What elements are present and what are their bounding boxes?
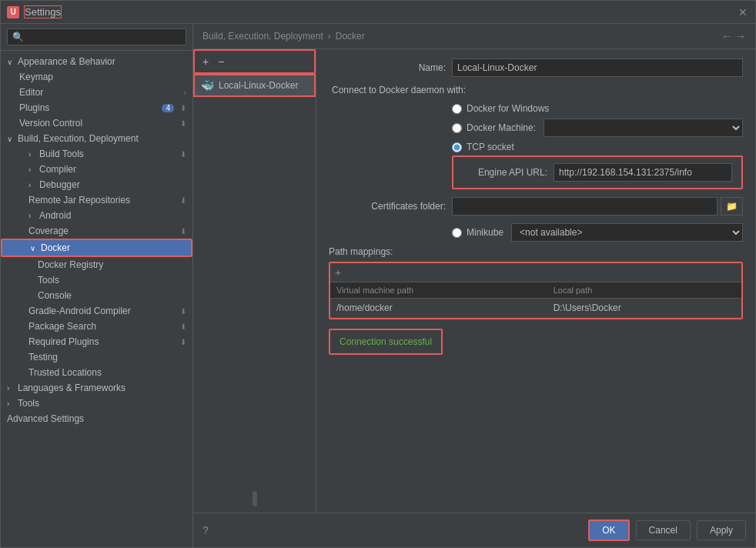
sidebar-item-trusted-locations[interactable]: Trusted Locations: [1, 365, 192, 380]
search-input[interactable]: [7, 28, 186, 45]
sidebar-item-coverage[interactable]: Coverage ⬇: [1, 223, 192, 239]
sidebar-item-label: Gradle-Android Compiler: [28, 306, 131, 316]
radio-tcp[interactable]: [452, 142, 462, 152]
sidebar-item-android[interactable]: › Android: [1, 208, 192, 223]
breadcrumb-path: Build, Execution, Deployment: [202, 31, 323, 42]
sidebar-item-console[interactable]: Console: [1, 288, 192, 303]
sidebar-item-build-tools[interactable]: › Build Tools ⬇: [1, 146, 192, 162]
sidebar-item-appearance[interactable]: ∨ Appearance & Behavior: [1, 54, 192, 69]
sidebar-item-editor[interactable]: Editor ›: [1, 85, 192, 100]
sidebar-item-compiler[interactable]: › Compiler: [1, 162, 192, 177]
engine-api-input[interactable]: [554, 163, 732, 182]
help-icon[interactable]: ?: [202, 524, 209, 536]
sidebar-item-label: Appearance & Behavior: [18, 56, 115, 67]
title-bar-left: U Settings: [7, 5, 62, 18]
sidebar-item-advanced-settings[interactable]: Advanced Settings: [1, 411, 192, 426]
sidebar-item-label: Package Search: [28, 321, 96, 332]
tcp-socket-wrapper: TCP socket Engine API URL:: [329, 142, 743, 189]
radio-minikube-label: Minikube: [467, 227, 503, 238]
forward-button[interactable]: →: [735, 30, 746, 42]
sidebar-tree: ∨ Appearance & Behavior Keymap Editor › …: [1, 51, 192, 547]
sidebar-item-required-plugins[interactable]: Required Plugins ⬇: [1, 334, 192, 349]
download-icon: ⬇: [180, 104, 186, 112]
download-icon: ⬇: [180, 150, 186, 159]
path-mappings-section: Path mappings: + Virtual machine path Lo…: [329, 246, 743, 319]
name-input[interactable]: [452, 58, 743, 77]
docker-machine-select[interactable]: [544, 119, 743, 137]
scrollbar-thumb[interactable]: [253, 491, 257, 506]
connection-status: Connection successful: [329, 329, 443, 355]
cert-label: Certificates folder:: [329, 201, 452, 212]
sidebar-item-label: Version Control: [19, 118, 82, 129]
docker-icon: 🐳: [201, 79, 214, 92]
sidebar-item-languages-frameworks[interactable]: › Languages & Frameworks: [1, 380, 192, 396]
sidebar-item-docker[interactable]: ∨ Docker: [1, 239, 192, 257]
cert-input-wrap: 📁: [452, 197, 743, 216]
sidebar-item-build-execution[interactable]: ∨ Build, Execution, Deployment: [1, 131, 192, 146]
sidebar-item-package-search[interactable]: Package Search ⬇: [1, 319, 192, 334]
ok-button[interactable]: OK: [588, 520, 629, 541]
title-bar: U Settings ✕: [1, 1, 755, 24]
sidebar-item-debugger[interactable]: › Debugger: [1, 177, 192, 192]
name-row: Name:: [329, 58, 743, 77]
radio-windows[interactable]: [452, 104, 462, 114]
engine-api-row: Engine API URL:: [463, 163, 732, 182]
radio-machine[interactable]: [452, 123, 462, 133]
docker-settings-panel: Name: Connect to Docker daemon with: Doc…: [316, 49, 755, 513]
sidebar-item-label: Docker Registry: [38, 259, 103, 270]
cancel-button[interactable]: Cancel: [636, 520, 691, 540]
sidebar-item-tools[interactable]: Tools: [1, 272, 192, 288]
connect-section: Connect to Docker daemon with:: [332, 85, 743, 95]
sidebar-item-keymap[interactable]: Keymap: [1, 69, 192, 85]
main-content: ∨ Appearance & Behavior Keymap Editor › …: [1, 24, 755, 547]
engine-api-label: Engine API URL:: [463, 167, 547, 178]
connect-label: Connect to Docker daemon with:: [332, 85, 466, 95]
breadcrumb-current: Docker: [336, 31, 365, 42]
radio-machine-label: Docker Machine:: [467, 122, 536, 133]
sidebar-item-gradle-android[interactable]: Gradle-Android Compiler ⬇: [1, 303, 192, 319]
sidebar-item-label: Build, Execution, Deployment: [18, 133, 139, 144]
download-icon: ⬇: [180, 196, 186, 205]
sidebar: ∨ Appearance & Behavior Keymap Editor › …: [1, 24, 193, 547]
sidebar-item-tools-top[interactable]: › Tools: [1, 396, 192, 411]
sidebar-item-label: Debugger: [39, 179, 80, 190]
path-mappings-title: Path mappings:: [329, 246, 743, 257]
sidebar-item-label: Languages & Frameworks: [18, 383, 125, 393]
path-table-container: + Virtual machine path Local path: [329, 262, 743, 319]
sidebar-item-remote-jar[interactable]: Remote Jar Repositories ⬇: [1, 192, 192, 208]
download-icon: ⬇: [180, 119, 186, 128]
sidebar-item-plugins[interactable]: Plugins 4 ⬇: [1, 100, 192, 115]
radio-minikube[interactable]: [452, 228, 462, 238]
add-docker-button[interactable]: +: [199, 54, 212, 69]
col-virtual: Virtual machine path: [330, 282, 547, 299]
sidebar-item-label: Trusted Locations: [28, 367, 102, 378]
arrow-icon: ›: [28, 165, 36, 174]
sidebar-item-version-control[interactable]: Version Control ⬇: [1, 115, 192, 131]
arrow-icon: ›: [7, 384, 15, 393]
back-button[interactable]: ←: [721, 30, 732, 42]
apply-button[interactable]: Apply: [697, 520, 746, 540]
sidebar-item-testing[interactable]: Testing: [1, 349, 192, 365]
col-local: Local path: [547, 282, 741, 299]
sidebar-item-label: Console: [38, 290, 72, 301]
docker-item[interactable]: 🐳 Local-Linux-Docker: [193, 74, 316, 97]
path-add-button[interactable]: +: [335, 266, 341, 279]
arrow-icon: ∨: [30, 244, 38, 252]
bottom-bar: ? OK Cancel Apply: [193, 513, 755, 547]
sidebar-item-label: Editor: [19, 87, 43, 98]
sidebar-item-docker-registry[interactable]: Docker Registry: [1, 257, 192, 272]
main-panel: Build, Execution, Deployment › Docker ← …: [193, 24, 755, 547]
cert-browse-button[interactable]: 📁: [721, 197, 743, 216]
local-path-cell: D:\Users\Docker: [547, 299, 741, 318]
close-button[interactable]: ✕: [737, 6, 749, 18]
sidebar-item-label: Advanced Settings: [7, 413, 84, 424]
breadcrumb-separator: ›: [328, 31, 331, 42]
cert-input[interactable]: [452, 197, 718, 216]
tcp-socket-section: Engine API URL:: [452, 155, 743, 189]
docker-list-items: 🐳 Local-Linux-Docker: [193, 74, 316, 97]
name-label: Name:: [329, 62, 452, 73]
minikube-select[interactable]: <not available>: [511, 223, 743, 242]
path-table: Virtual machine path Local path /home/do…: [330, 282, 741, 318]
remove-docker-button[interactable]: −: [215, 54, 227, 69]
radio-windows-label: Docker for Windows: [467, 103, 549, 114]
